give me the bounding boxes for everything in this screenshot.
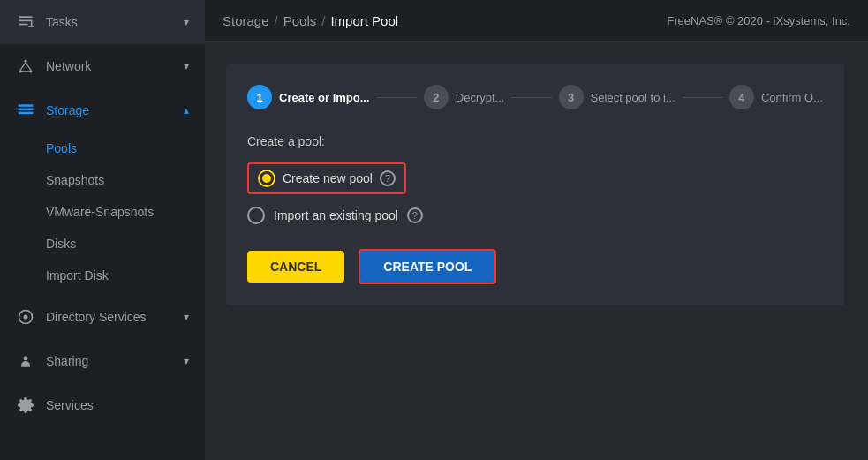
svg-rect-2 — [19, 24, 28, 26]
svg-point-15 — [24, 315, 28, 320]
tasks-icon — [16, 12, 35, 32]
step-4-label: Confirm O... — [761, 91, 823, 104]
sidebar-item-directory-services[interactable]: Directory Services ▾ — [0, 295, 205, 339]
button-row: CANCEL CREATE POOL — [247, 249, 823, 284]
option2-help-icon[interactable]: ? — [407, 207, 423, 223]
option1-radio[interactable] — [258, 170, 275, 187]
sidebar-subitem-pools[interactable]: Pools — [0, 132, 205, 164]
step-4: 4 Confirm O... — [729, 85, 823, 109]
step-1-circle: 1 — [247, 85, 272, 109]
storage-chevron: ▴ — [184, 104, 189, 117]
vmware-snapshots-label: VMware-Snapshots — [46, 205, 154, 219]
svg-rect-11 — [19, 104, 34, 107]
breadcrumb-pools[interactable]: Pools — [283, 13, 317, 28]
svg-rect-13 — [19, 112, 34, 115]
step-divider-1 — [377, 97, 417, 98]
sidebar-subitem-snapshots[interactable]: Snapshots — [0, 164, 205, 196]
stepper: 1 Create or Impo... 2 Decrypt... 3 — [247, 85, 823, 109]
sidebar-item-services[interactable]: Services — [0, 383, 205, 427]
brand-label: FreeNAS® © 2020 - iXsystems, Inc. — [667, 14, 850, 27]
sharing-icon — [16, 351, 35, 371]
step-3: 3 Select pool to i... — [559, 85, 676, 109]
network-chevron: ▾ — [184, 60, 189, 72]
svg-rect-4 — [28, 26, 34, 27]
breadcrumb: Storage / Pools / Import Pool — [223, 13, 398, 28]
pools-label: Pools — [46, 141, 77, 155]
option1-help-icon[interactable]: ? — [380, 170, 396, 186]
option1-radio-inner — [262, 174, 271, 183]
svg-line-8 — [20, 63, 26, 70]
directory-services-label: Directory Services — [46, 310, 147, 324]
sidebar-item-tasks[interactable]: Tasks ▾ — [0, 0, 205, 44]
tasks-label: Tasks — [46, 15, 78, 29]
top-bar: Storage / Pools / Import Pool FreeNAS® ©… — [205, 0, 868, 42]
svg-rect-1 — [19, 20, 33, 22]
sidebar: Tasks ▾ Network ▾ Storage ▴ Pools Snapsh… — [0, 0, 205, 460]
option1-highlight[interactable]: Create new pool ? — [247, 162, 406, 194]
step-2: 2 Decrypt... — [424, 85, 505, 109]
breadcrumb-sep-2: / — [321, 13, 325, 28]
step-1-label: Create or Impo... — [279, 91, 370, 104]
step-3-circle: 3 — [559, 85, 584, 109]
directory-services-chevron: ▾ — [184, 311, 189, 323]
option2-label: Import an existing pool — [274, 208, 398, 222]
snapshots-label: Snapshots — [46, 173, 104, 187]
breadcrumb-import-pool: Import Pool — [330, 13, 398, 28]
network-label: Network — [46, 59, 91, 73]
create-pool-button[interactable]: CREATE POOL — [359, 249, 496, 284]
svg-line-9 — [26, 63, 31, 70]
step-3-label: Select pool to i... — [591, 91, 676, 104]
svg-point-5 — [24, 60, 26, 63]
main-content: Storage / Pools / Import Pool FreeNAS® ©… — [205, 0, 868, 460]
disks-label: Disks — [46, 237, 76, 251]
wizard-card: 1 Create or Impo... 2 Decrypt... 3 — [226, 64, 844, 305]
step-4-circle: 4 — [729, 85, 754, 109]
breadcrumb-storage[interactable]: Storage — [223, 13, 269, 28]
step-1: 1 Create or Impo... — [247, 85, 370, 109]
sharing-chevron: ▾ — [184, 355, 189, 367]
tasks-chevron: ▾ — [184, 16, 189, 28]
sidebar-item-storage[interactable]: Storage ▴ — [0, 88, 205, 132]
step-2-label: Decrypt... — [456, 91, 505, 104]
sidebar-subitem-vmware-snapshots[interactable]: VMware-Snapshots — [0, 196, 205, 228]
network-icon — [16, 57, 35, 76]
option1-label: Create new pool — [283, 171, 373, 185]
storage-icon — [16, 101, 35, 120]
svg-rect-0 — [19, 16, 33, 18]
option1-radio-outer — [258, 170, 275, 187]
content-area: 1 Create or Impo... 2 Decrypt... 3 — [205, 42, 868, 460]
step-2-circle: 2 — [424, 85, 449, 109]
step-divider-2 — [511, 97, 551, 98]
form-section-title: Create a pool: — [247, 134, 823, 148]
sidebar-item-sharing[interactable]: Sharing ▾ — [0, 339, 205, 383]
step-divider-3 — [683, 97, 722, 98]
sidebar-item-network[interactable]: Network ▾ — [0, 44, 205, 88]
option2-radio[interactable] — [247, 207, 265, 224]
sidebar-subitem-import-disk[interactable]: Import Disk — [0, 260, 205, 291]
import-disk-label: Import Disk — [46, 268, 109, 283]
form-section: Create a pool: Create new pool ? — [247, 134, 823, 284]
services-icon — [16, 396, 35, 415]
directory-services-icon — [16, 307, 35, 327]
sidebar-subitem-disks[interactable]: Disks — [0, 228, 205, 260]
breadcrumb-sep-1: / — [275, 13, 278, 28]
svg-rect-12 — [19, 109, 34, 111]
services-label: Services — [46, 398, 94, 412]
svg-point-16 — [24, 356, 28, 360]
sharing-label: Sharing — [46, 354, 88, 368]
storage-label: Storage — [46, 103, 89, 117]
cancel-button[interactable]: CANCEL — [247, 251, 344, 283]
option2-row[interactable]: Import an existing pool ? — [247, 207, 823, 224]
